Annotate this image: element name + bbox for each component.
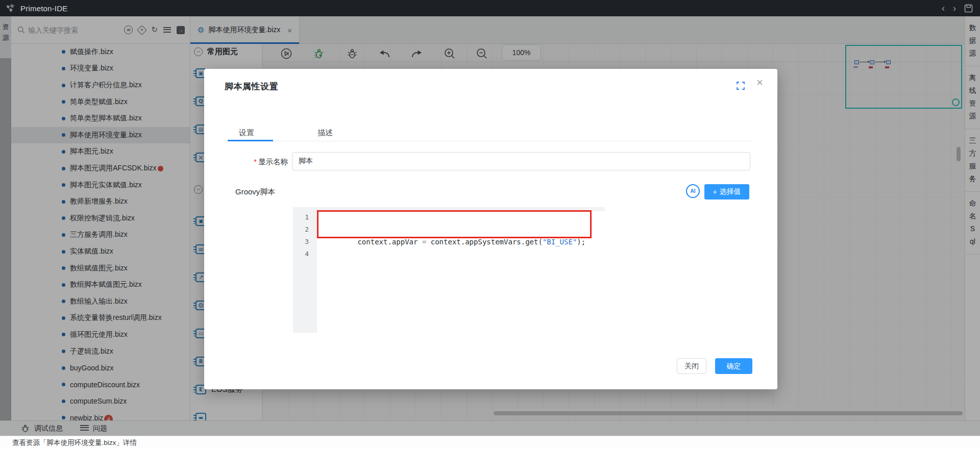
line-number: 1: [293, 211, 317, 223]
code-token: );: [577, 238, 585, 246]
tab-divider: [228, 141, 751, 141]
groovy-script-label: Groovy脚本: [235, 187, 275, 197]
status-text: 查看资源「脚本使用环境变量.bizx」详情: [12, 438, 137, 447]
line-number: 4: [293, 248, 317, 260]
close-icon[interactable]: ×: [756, 77, 763, 88]
confirm-button[interactable]: 确定: [715, 358, 752, 374]
nav-back-icon[interactable]: ‹: [942, 4, 945, 13]
app-title: Primeton-IDE: [20, 4, 67, 13]
status-bar: 查看资源「脚本使用环境变量.bizx」详情: [0, 436, 980, 449]
tab-settings[interactable]: 设置: [239, 128, 254, 138]
select-value-button[interactable]: + 选择值: [704, 184, 749, 199]
code-token: context.appSystemVars.get(: [431, 238, 543, 246]
tab-description[interactable]: 描述: [317, 128, 333, 138]
save-icon[interactable]: [964, 4, 973, 13]
app-logo-icon: [6, 4, 16, 13]
display-name-input[interactable]: [292, 152, 750, 170]
code-token: =: [418, 238, 430, 246]
close-button[interactable]: 关闭: [677, 358, 706, 374]
line-number: 3: [293, 236, 317, 248]
ai-generate-icon[interactable]: AI: [686, 184, 700, 198]
line-number-gutter: 1 2 3 4: [293, 211, 317, 333]
required-mark: *: [254, 158, 257, 166]
nav-forward-icon[interactable]: ›: [953, 4, 956, 13]
app-window: Primeton-IDE ‹ › 资源 AI + ↻ →: [0, 0, 980, 449]
title-bar: Primeton-IDE ‹ ›: [0, 0, 980, 16]
line-number: 2: [293, 223, 317, 236]
editor-top-strip: [293, 207, 605, 211]
code-token: "BI_USE": [543, 238, 577, 246]
code-line: context.appVar = context.appSystemVars.g…: [323, 223, 585, 236]
fullscreen-icon[interactable]: [737, 82, 745, 90]
script-properties-dialog: 脚本属性设置 × 设置 描述 *显示名称 Groovy脚本 AI + 选择值 1: [204, 69, 777, 389]
display-name-label: *显示名称: [225, 157, 288, 167]
groovy-code-editor[interactable]: 1 2 3 4 context.appVar = context.appSyst…: [293, 207, 605, 333]
code-token: context.appVar: [357, 238, 418, 246]
active-tab-underline: [228, 140, 273, 141]
plus-icon: +: [713, 188, 717, 196]
dialog-title: 脚本属性设置: [225, 81, 278, 92]
